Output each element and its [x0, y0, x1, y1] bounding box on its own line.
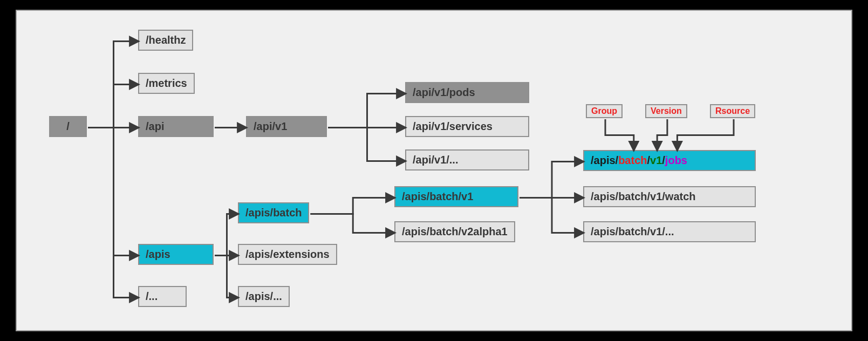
node-root: /: [49, 116, 87, 137]
diagram-frame: / /healthz /metrics /api /apis /... /api…: [16, 10, 852, 331]
node-apis-batch-v1-ellipsis: /apis/batch/v1/...: [583, 221, 756, 242]
gvr-prefix: /apis/: [591, 154, 618, 166]
gvr-version: v1: [650, 154, 662, 166]
label-group: Group: [586, 104, 623, 118]
node-apis-batch-v1-watch: /apis/batch/v1/watch: [583, 186, 756, 207]
node-apis-batch-v1-jobs: /apis/batch/v1/jobs: [583, 150, 756, 171]
node-apis-extensions: /apis/extensions: [238, 244, 337, 265]
node-apis-batch-v1: /apis/batch/v1: [394, 186, 518, 207]
node-apis-batch: /apis/batch: [238, 202, 309, 223]
label-resource: Rsource: [710, 104, 755, 118]
node-metrics: /metrics: [138, 73, 195, 94]
edges-layer: [17, 11, 853, 332]
node-apis: /apis: [138, 244, 214, 265]
node-api-v1-pods: /api/v1/pods: [405, 82, 529, 103]
node-api-v1-services: /api/v1/services: [405, 116, 529, 137]
gvr-resource: jobs: [665, 154, 687, 166]
node-root-ellipsis: /...: [138, 286, 187, 307]
node-healthz: /healthz: [138, 30, 193, 51]
gvr-group: batch: [618, 154, 647, 166]
label-version: Version: [645, 104, 687, 118]
node-api-v1: /api/v1: [246, 116, 327, 137]
node-api-v1-ellipsis: /api/v1/...: [405, 149, 529, 170]
node-apis-ellipsis: /apis/...: [238, 286, 290, 307]
node-apis-batch-v2alpha1: /apis/batch/v2alpha1: [394, 221, 515, 242]
node-api: /api: [138, 116, 214, 137]
